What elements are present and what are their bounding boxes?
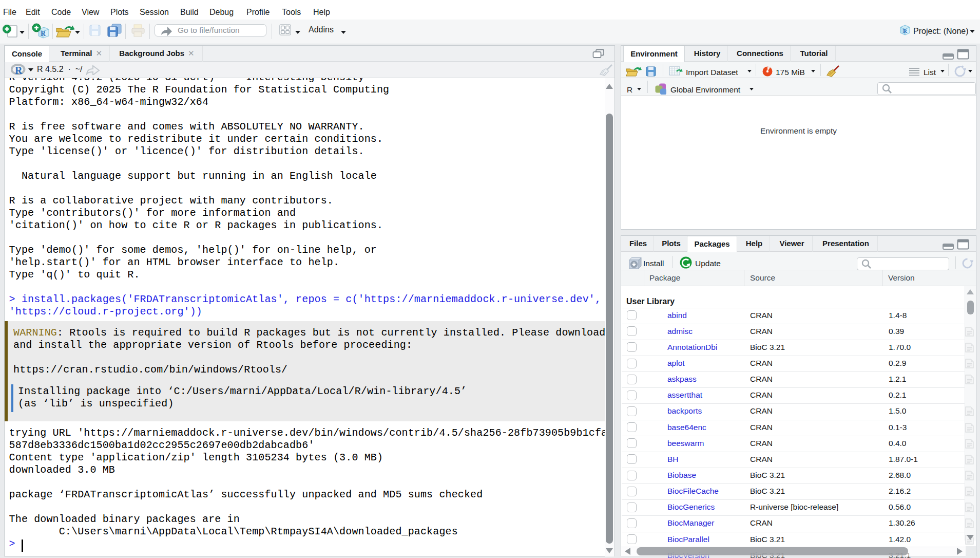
svg-text:R: R <box>41 30 46 38</box>
svg-text:R: R <box>903 28 908 34</box>
svg-text:R: R <box>15 65 23 76</box>
